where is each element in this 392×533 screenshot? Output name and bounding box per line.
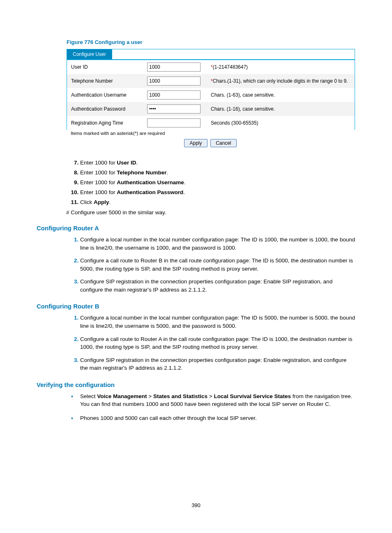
tab-configure-user[interactable]: Configure User <box>67 49 112 59</box>
verifying-item-1: Select Voice Management > States and Sta… <box>80 392 355 408</box>
input-telephone-number[interactable] <box>147 76 201 86</box>
label-user-id: User ID <box>67 60 143 74</box>
heading-router-b: Configuring Router B <box>37 303 355 310</box>
heading-router-a: Configuring Router A <box>37 225 355 232</box>
figure-caption: Figure 776 Configuring a user <box>67 39 355 45</box>
configure-user-form: Configure User User ID *(1-2147483647) T… <box>67 49 355 130</box>
steps-list: Enter 1000 for User ID. Enter 1000 for T… <box>66 160 355 205</box>
router-a-item-3: Configure SIP registration in the connec… <box>80 278 355 294</box>
router-b-item-1: Configure a local number in the local nu… <box>80 314 355 330</box>
router-b-item-3: Configure SIP registration in the connec… <box>80 356 355 372</box>
router-b-list: Configure a local number in the local nu… <box>66 314 355 372</box>
step-7: Enter 1000 for User ID. <box>80 160 355 166</box>
tab-bar: Configure User <box>67 49 355 60</box>
step-9: Enter 1000 for Authentication Username. <box>80 179 355 185</box>
router-a-item-1: Configure a local number in the local nu… <box>80 236 355 252</box>
step-8: Enter 1000 for Telephone Number. <box>80 169 355 176</box>
form-footnote: Items marked with an asterisk(*) are req… <box>67 130 355 136</box>
hint-user-id: *(1-2147483647) <box>207 60 355 74</box>
hint-auth-username: Chars. (1-63), case sensitive. <box>207 88 355 102</box>
verifying-list: Select Voice Management > States and Sta… <box>66 392 355 422</box>
hash-note: # Configure user 5000 in the similar way… <box>66 209 355 216</box>
hint-telephone-number: *Chars.(1-31), which can only include di… <box>207 74 355 88</box>
heading-verifying: Verifying the configuration <box>37 381 355 388</box>
step-11: Click Apply. <box>80 199 355 205</box>
label-reg-aging-time: Registration Aging Time <box>67 116 143 130</box>
router-b-item-2: Configure a call route to Router A in th… <box>80 335 355 351</box>
step-10: Enter 1000 for Authentication Password. <box>80 189 355 195</box>
label-telephone-number: Telephone Number <box>67 74 143 88</box>
router-a-item-2: Configure a call route to Router B in th… <box>80 257 355 273</box>
page-number: 390 <box>0 502 392 508</box>
input-reg-aging-time[interactable] <box>147 118 201 127</box>
hint-auth-password: Chars. (1-16), case sensitive. <box>207 102 355 116</box>
hint-reg-aging-time: Seconds (300-65535) <box>207 116 355 130</box>
router-a-list: Configure a local number in the local nu… <box>66 236 355 294</box>
input-auth-username[interactable] <box>147 90 201 100</box>
cancel-button[interactable]: Cancel <box>210 139 236 147</box>
apply-button[interactable]: Apply <box>184 139 207 147</box>
label-auth-password: Authentication Password <box>67 102 143 116</box>
label-auth-username: Authentication Username <box>67 88 143 102</box>
verifying-item-2: Phones 1000 and 5000 can call each other… <box>80 414 355 422</box>
input-user-id[interactable] <box>147 63 201 72</box>
input-auth-password[interactable] <box>147 104 201 114</box>
